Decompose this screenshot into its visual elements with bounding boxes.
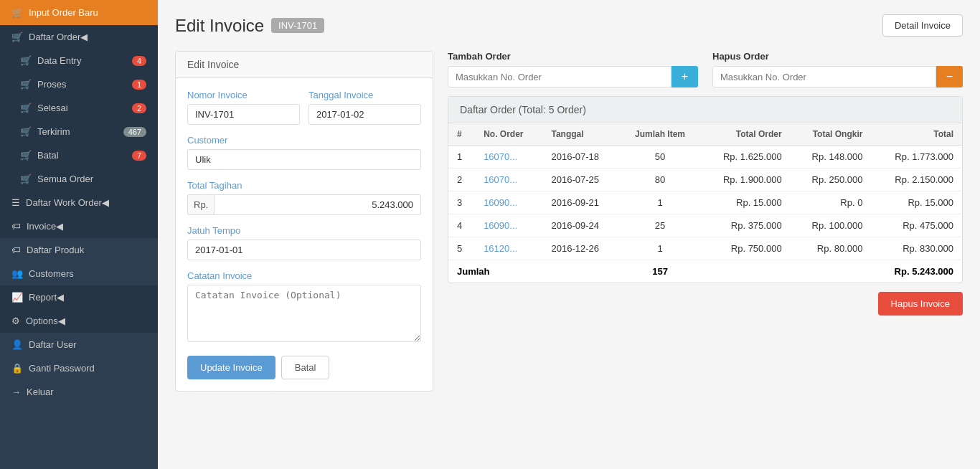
nomor-invoice-input[interactable]	[187, 104, 300, 125]
cell-no-order[interactable]: 16120...	[475, 237, 542, 260]
right-panel: Tambah Order + Hapus Order − Daftar Ord	[448, 51, 963, 392]
users-icon: 👥	[11, 268, 23, 279]
sidebar-item-ganti-password[interactable]: 🔒 Ganti Password	[0, 356, 158, 380]
badge: 7	[132, 151, 146, 161]
cell-tanggal: 2016-07-25	[543, 169, 621, 191]
cell-total: Rp. 830.000	[871, 237, 962, 260]
cell-total-order: Rp. 1.900.000	[700, 169, 791, 191]
hapus-invoice-button[interactable]: Hapus Invoice	[878, 292, 963, 316]
sidebar-item-daftar-order[interactable]: 🛒 Daftar Order ◀	[0, 25, 158, 49]
cell-total-order: Rp. 15.000	[700, 191, 791, 214]
detail-invoice-button[interactable]: Detail Invoice	[882, 14, 963, 37]
sidebar-label: Batal	[37, 150, 59, 161]
nomor-invoice-label: Nomor Invoice	[187, 90, 300, 100]
sidebar-item-selesai[interactable]: 🛒 Selesai 2	[0, 96, 158, 120]
badge: 467	[123, 127, 146, 137]
edit-invoice-form-panel: Edit Invoice Nomor Invoice Tanggal Invoi…	[175, 51, 433, 392]
table-row: 1 16070... 2016-07-18 50 Rp. 1.625.000 R…	[448, 146, 962, 169]
total-tagihan-input[interactable]	[214, 194, 421, 215]
rp-prefix: Rp.	[187, 194, 214, 215]
cell-total-order: Rp. 750.000	[700, 237, 791, 260]
sidebar-label: Customers	[29, 268, 74, 279]
catatan-invoice-textarea[interactable]	[187, 285, 421, 342]
cell-no-order[interactable]: 16070...	[475, 169, 542, 191]
cart-icon: 🛒	[20, 55, 32, 66]
jatuh-tempo-input[interactable]	[187, 240, 421, 260]
cell-total: Rp. 475.000	[871, 214, 962, 237]
sidebar-item-terkirim[interactable]: 🛒 Terkirim 467	[0, 120, 158, 143]
cell-no-order[interactable]: 16090...	[475, 191, 542, 214]
sidebar-item-report[interactable]: 📈 Report ◀	[0, 285, 158, 309]
sidebar-item-batal[interactable]: 🛒 Batal 7	[0, 143, 158, 167]
sidebar-item-daftar-produk[interactable]: 🏷 Daftar Produk	[0, 238, 158, 262]
form-actions: Update Invoice Batal	[187, 356, 421, 379]
hapus-order-group: Hapus Order −	[712, 51, 963, 87]
col-total-order: Total Order	[700, 123, 791, 146]
footer-total-items: 157	[620, 260, 700, 283]
cell-num: 2	[448, 169, 475, 191]
cell-jumlah: 25	[620, 214, 700, 237]
cart-icon: 🛒	[20, 150, 32, 161]
cell-no-order[interactable]: 16070...	[475, 146, 542, 169]
table-row: 4 16090... 2016-09-24 25 Rp. 375.000 Rp.…	[448, 214, 962, 237]
chevron-icon: ◀	[58, 316, 65, 326]
sidebar-label: Keluar	[27, 387, 54, 397]
sidebar-item-customers[interactable]: 👥 Customers	[0, 262, 158, 285]
catatan-invoice-label: Catatan Invoice	[187, 270, 421, 281]
main-content: Edit Invoice INV-1701 Detail Invoice Edi…	[158, 0, 980, 469]
batal-button[interactable]: Batal	[281, 356, 330, 379]
cell-total-order: Rp. 375.000	[700, 214, 791, 237]
cell-tanggal: 2016-12-26	[543, 237, 621, 260]
cell-total: Rp. 2.150.000	[871, 169, 962, 191]
list-icon: ☰	[11, 197, 20, 208]
sidebar-item-semua-order[interactable]: 🛒 Semua Order	[0, 167, 158, 191]
cell-num: 3	[448, 191, 475, 214]
cell-no-order[interactable]: 16090...	[475, 214, 542, 237]
tanggal-invoice-input[interactable]	[308, 104, 421, 125]
cell-total-ongkir: Rp. 0	[791, 191, 872, 214]
user-icon: 👤	[11, 339, 23, 350]
tambah-order-button[interactable]: +	[672, 66, 698, 87]
update-invoice-button[interactable]: Update Invoice	[187, 356, 275, 379]
cell-jumlah: 50	[620, 146, 700, 169]
footer-grand-total: Rp. 5.243.000	[871, 260, 962, 283]
sidebar-label: Terkirim	[37, 126, 70, 137]
sidebar-label: Selesai	[37, 103, 68, 113]
col-jumlah-item: Jumlah Item	[620, 123, 700, 146]
content-area: Edit Invoice Nomor Invoice Tanggal Invoi…	[175, 51, 963, 392]
customer-label: Customer	[187, 135, 421, 146]
sidebar-item-input-order-baru[interactable]: 🛒 Input Order Baru	[0, 0, 158, 25]
badge: 4	[132, 56, 146, 66]
chevron-icon: ◀	[56, 221, 63, 232]
cart-icon: 🛒	[20, 126, 32, 137]
sidebar-item-keluar[interactable]: → Keluar	[0, 380, 158, 404]
sidebar-item-options[interactable]: ⚙ Options ◀	[0, 309, 158, 333]
sidebar-item-proses[interactable]: 🛒 Proses 1	[0, 72, 158, 96]
sidebar-label: Daftar User	[29, 339, 76, 350]
cell-num: 1	[448, 146, 475, 169]
sidebar-item-daftar-user[interactable]: 👤 Daftar User	[0, 333, 158, 356]
col-tanggal: Tanggal	[543, 123, 621, 146]
gear-icon: ⚙	[11, 316, 20, 326]
hapus-order-input[interactable]	[712, 66, 936, 87]
cell-tanggal: 2016-09-24	[543, 214, 621, 237]
tambah-order-input[interactable]	[448, 66, 672, 87]
cart-icon: 🛒	[20, 174, 32, 184]
form-group-nomor-invoice: Nomor Invoice	[187, 90, 300, 125]
form-row-invoice: Nomor Invoice Tanggal Invoice	[187, 90, 421, 135]
sidebar-label: Invoice	[27, 221, 56, 232]
hapus-order-button[interactable]: −	[936, 66, 963, 87]
form-group-catatan-invoice: Catatan Invoice	[187, 270, 421, 344]
sidebar-item-data-entry[interactable]: 🛒 Data Entry 4	[0, 49, 158, 72]
cell-jumlah: 80	[620, 169, 700, 191]
col-total-ongkir: Total Ongkir	[791, 123, 872, 146]
customer-input[interactable]	[187, 149, 421, 170]
cart-icon: 🛒	[11, 32, 23, 42]
order-actions: Tambah Order + Hapus Order −	[448, 51, 963, 87]
sidebar-item-daftar-work-order[interactable]: ☰ Daftar Work Order ◀	[0, 191, 158, 214]
form-group-customer: Customer	[187, 135, 421, 170]
cart-icon: 🛒	[11, 7, 23, 18]
logout-icon: →	[11, 387, 21, 397]
cell-total: Rp. 1.773.000	[871, 146, 962, 169]
sidebar-item-invoice[interactable]: 🏷 Invoice ◀	[0, 214, 158, 238]
